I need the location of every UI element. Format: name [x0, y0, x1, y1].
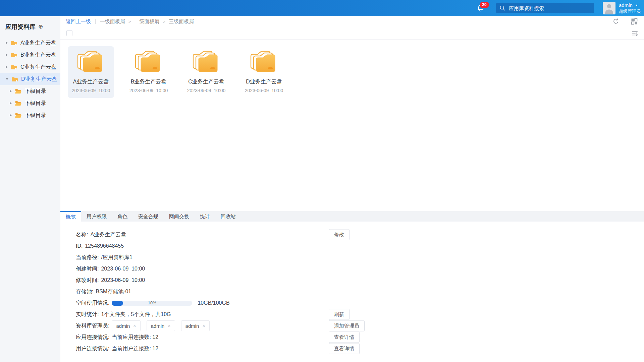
sidebar-subitem-label: 下级目录 [25, 88, 46, 95]
refresh-button[interactable] [611, 17, 620, 26]
detail-label: 实时统计: [76, 311, 99, 318]
caret-right-icon[interactable] [6, 54, 8, 56]
search-icon [499, 5, 508, 11]
detail-label: 存储池: [76, 288, 93, 295]
caret-right-icon[interactable] [10, 90, 12, 93]
admin-tag-list: admin×admin×admin× [112, 320, 209, 331]
detail-value: 2023-06-09 10:00 [101, 277, 145, 283]
sort-button[interactable] [631, 30, 639, 37]
breadcrumb: 一级面板屑>二级面板屑>三级面板屑 [100, 18, 194, 25]
remove-tag-icon[interactable]: × [202, 323, 205, 328]
stacked-folder-icon [77, 51, 105, 75]
tab-bar: 概览用户权限角色安全合规网间交换统计回收站 [60, 211, 644, 222]
user-role: 超级管理员 [619, 8, 641, 14]
grid-view-button[interactable] [630, 17, 639, 26]
caret-right-icon[interactable] [6, 42, 8, 44]
caret-right-icon[interactable] [10, 102, 12, 105]
tab-user-permissions[interactable]: 用户权限 [81, 211, 112, 222]
tab-statistics[interactable]: 统计 [195, 211, 215, 222]
detail-value: 2023-06-09 10:00 [101, 266, 145, 272]
folder-name: C业务生产云盘 [188, 78, 224, 85]
admin-tag-label: admin [185, 323, 199, 329]
detail-label: 创建时间: [76, 265, 99, 273]
admin-tag[interactable]: admin× [112, 320, 140, 331]
remove-tag-icon[interactable]: × [133, 323, 136, 328]
app-connections-button[interactable]: 查看详情 [329, 332, 360, 343]
sidebar-tree: A业务生产云盘B业务生产云盘C业务生产云盘D业务生产云盘下级目录下级目录下级目录 [0, 37, 60, 121]
name-button[interactable]: 修改 [329, 229, 350, 240]
sidebar-item[interactable]: C业务生产云盘 [0, 61, 60, 73]
selection-row [60, 27, 644, 40]
detail-rows: 名称:A业务生产云盘修改ID:1254896648455当前路径:/应用资料库1… [60, 222, 644, 354]
detail-label: 用户连接情况: [76, 345, 109, 352]
search-input[interactable] [508, 5, 591, 11]
folder-name: D业务生产云盘 [246, 78, 282, 85]
folder-card[interactable]: D业务生产云盘2023-06-09 10:00 [241, 46, 287, 98]
toolbar-actions-divider [625, 19, 625, 24]
sidebar-item[interactable]: D业务生产云盘 [0, 73, 60, 85]
folder-card[interactable]: B业务生产云盘2023-06-09 10:00 [125, 46, 172, 98]
notification-bell-button[interactable]: 20 [477, 4, 484, 12]
detail-label: 资料库管理员: [76, 322, 109, 329]
detail-value: /应用资料库1 [101, 254, 132, 261]
open-folder-icon [15, 113, 22, 118]
user-menu[interactable]: admin 超级管理员 [603, 2, 644, 14]
sidebar-item[interactable]: A业务生产云盘 [0, 37, 60, 49]
detail-row-storage-pool: 存储池:BSM存储池-01 [60, 286, 644, 297]
folder-card[interactable]: C业务生产云盘2023-06-09 10:00 [183, 46, 229, 98]
folder-icon [11, 40, 17, 46]
caret-down-icon[interactable] [6, 78, 8, 80]
user-name: admin [619, 2, 633, 8]
back-link[interactable]: 返回上一级 [66, 18, 91, 25]
admin-tag-label: admin [151, 323, 165, 329]
dropdown-caret-icon [636, 4, 637, 7]
detail-row-usage: 空间使用情况:10%10GB/100GB [60, 297, 644, 309]
folder-date: 2023-06-09 10:00 [187, 88, 225, 93]
folder-card[interactable]: A业务生产云盘2023-06-09 10:00 [68, 46, 114, 98]
detail-value: 当前应用连接数: 12 [112, 334, 158, 341]
folder-name: B业务生产云盘 [131, 78, 167, 85]
detail-row-created: 创建时间:2023-06-09 10:00 [60, 263, 644, 275]
detail-row-admins: 资料库管理员:admin×admin×admin×添加管理员 [60, 320, 644, 331]
tab-network-exchange[interactable]: 网间交换 [164, 211, 195, 222]
sidebar-subitem[interactable]: 下级目录 [0, 97, 60, 109]
stacked-folder-icon [135, 51, 163, 75]
sidebar-item[interactable]: B业务生产云盘 [0, 49, 60, 61]
caret-right-icon[interactable] [6, 66, 8, 68]
user-connections-button[interactable]: 查看详情 [329, 343, 360, 354]
detail-label: ID: [76, 243, 83, 249]
open-folder-icon [15, 101, 22, 106]
add-library-icon[interactable]: ⊕ [38, 24, 43, 30]
sidebar-item-label: A业务生产云盘 [20, 40, 56, 47]
folder-date: 2023-06-09 10:00 [129, 88, 168, 93]
usage-percent-label: 10% [112, 301, 192, 306]
sidebar-subitem[interactable]: 下级目录 [0, 109, 60, 121]
select-all-checkbox[interactable] [66, 30, 72, 36]
detail-row-name: 名称:A业务生产云盘修改 [60, 229, 644, 240]
admin-tag[interactable]: admin× [181, 320, 210, 331]
tab-roles[interactable]: 角色 [112, 211, 133, 222]
sidebar-header: 应用资料库 ⊕ [0, 16, 60, 31]
tab-recycle-bin[interactable]: 回收站 [215, 211, 241, 222]
detail-row-realtime-stats: 实时统计:1个文件夹，5个文件，共10G刷新 [60, 309, 644, 320]
sidebar-title: 应用资料库 [5, 23, 36, 31]
caret-right-icon[interactable] [10, 114, 12, 117]
avatar [603, 2, 615, 14]
breadcrumb-item[interactable]: 二级面板屑 [135, 18, 160, 25]
breadcrumb-item[interactable]: 一级面板屑 [100, 18, 125, 25]
tab-overview[interactable]: 概览 [60, 211, 81, 222]
realtime-stats-button[interactable]: 刷新 [329, 309, 350, 320]
remove-tag-icon[interactable]: × [168, 323, 170, 328]
detail-label: 名称: [76, 231, 88, 238]
tab-security-compliance[interactable]: 安全合规 [133, 211, 164, 222]
detail-value: 1个文件夹，5个文件，共10G [101, 311, 171, 318]
detail-label: 应用连接情况: [76, 334, 109, 341]
notification-badge: 20 [480, 2, 489, 8]
search-box[interactable] [496, 3, 594, 13]
sidebar-subitem[interactable]: 下级目录 [0, 85, 60, 97]
detail-value: A业务生产云盘 [90, 231, 126, 238]
breadcrumb-item[interactable]: 三级面板屑 [169, 18, 194, 25]
folder-date: 2023-06-09 10:00 [72, 88, 110, 93]
admin-tag[interactable]: admin× [147, 320, 175, 331]
admins-button[interactable]: 添加管理员 [329, 320, 365, 331]
